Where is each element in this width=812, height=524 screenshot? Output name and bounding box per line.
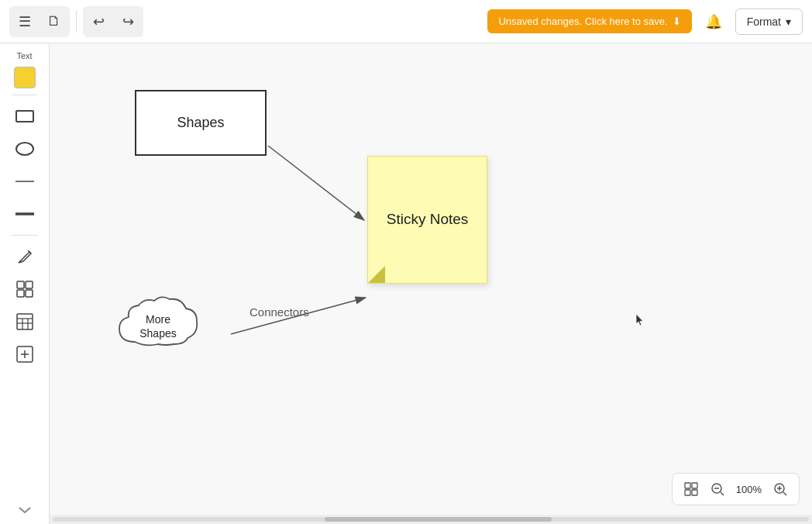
map-view-button[interactable]: [679, 477, 704, 502]
zoom-level: 100%: [731, 484, 766, 495]
topbar-right: Unsaved changes. Click here to save. ⬇ 🔔…: [487, 8, 803, 36]
scroll-thumb[interactable]: [325, 517, 552, 522]
svg-line-18: [268, 146, 364, 220]
svg-rect-23: [692, 490, 697, 495]
sidebar-divider-1: [12, 95, 37, 95]
draw-icon: [15, 247, 34, 266]
sidebar-expand-button[interactable]: [18, 504, 32, 516]
color-swatch[interactable]: [14, 67, 36, 88]
zoom-controls: 100%: [672, 473, 800, 505]
save-icon: ⬇: [673, 16, 681, 27]
notification-button[interactable]: 🔔: [700, 8, 728, 36]
draw-tool[interactable]: [10, 242, 40, 271]
table-tool[interactable]: [10, 307, 40, 336]
zoom-out-icon: [710, 482, 724, 496]
svg-rect-4: [17, 281, 24, 288]
zoom-out-button[interactable]: [705, 477, 730, 502]
svg-line-26: [721, 492, 724, 495]
map-icon: [684, 482, 698, 496]
svg-rect-21: [692, 483, 697, 488]
undo-button[interactable]: ↩: [84, 8, 112, 36]
shapes-box[interactable]: Shapes: [135, 90, 267, 156]
notification-icon: 🔔: [705, 13, 722, 30]
page-button[interactable]: 🗋: [40, 8, 68, 36]
text-label: Text: [16, 51, 32, 60]
save-button[interactable]: Unsaved changes. Click here to save. ⬇: [487, 9, 691, 33]
sidebar: Text: [0, 43, 50, 524]
insert-icon: [15, 345, 34, 364]
svg-rect-22: [685, 490, 690, 495]
ellipse-icon: [15, 142, 34, 156]
format-label: Format: [747, 16, 781, 28]
svg-rect-6: [17, 290, 24, 297]
connectors-label: Connectors: [249, 305, 309, 319]
sticky-note[interactable]: Sticky Notes: [367, 156, 487, 284]
connectors-text: Connectors: [249, 305, 309, 319]
cursor-icon: [635, 313, 645, 327]
toolbar-group: ☰ 🗋: [9, 6, 70, 37]
svg-rect-5: [26, 281, 33, 288]
line-thick-tool[interactable]: [10, 199, 40, 229]
more-shapes-label: MoreShapes: [139, 312, 176, 340]
cursor: [635, 313, 645, 327]
topbar: ☰ 🗋 ↩ ↪ Unsaved changes. Click here to s…: [0, 0, 812, 43]
shapes-grid-tool[interactable]: [10, 274, 40, 304]
toolbar-divider: [76, 11, 77, 33]
format-chevron-icon: ▾: [786, 16, 791, 28]
ellipse-tool[interactable]: [10, 134, 40, 164]
save-label: Unsaved changes. Click here to save.: [498, 16, 667, 27]
format-button[interactable]: Format ▾: [735, 9, 803, 35]
sidebar-divider-2: [12, 235, 37, 236]
rectangle-tool[interactable]: [10, 102, 40, 131]
canvas-content: Shapes Sticky Notes MoreShapes Connector…: [50, 43, 812, 524]
svg-rect-7: [26, 290, 33, 297]
svg-line-30: [783, 492, 786, 495]
shapes-grid-icon: [15, 280, 34, 298]
menu-button[interactable]: ☰: [11, 8, 39, 36]
svg-rect-0: [16, 111, 33, 122]
chevron-down-icon: [18, 506, 32, 514]
line-thin-tool[interactable]: [10, 167, 40, 196]
shapes-label: Shapes: [177, 115, 224, 131]
undo-redo-group: ↩ ↪: [83, 6, 143, 37]
canvas[interactable]: Shapes Sticky Notes MoreShapes Connector…: [50, 43, 812, 524]
more-shapes-cloud[interactable]: MoreShapes: [112, 291, 205, 361]
svg-point-1: [16, 143, 33, 155]
horizontal-scrollbar[interactable]: [50, 515, 812, 524]
sticky-note-label: Sticky Notes: [379, 202, 477, 238]
line-thick-icon: [14, 211, 36, 217]
line-thin-icon: [14, 178, 36, 184]
insert-tool[interactable]: [10, 340, 40, 369]
scroll-track: [53, 517, 809, 522]
table-icon: [15, 312, 34, 331]
svg-rect-20: [685, 483, 690, 488]
topbar-left: ☰ 🗋 ↩ ↪: [9, 6, 143, 37]
svg-rect-8: [17, 314, 33, 329]
rectangle-icon: [15, 110, 34, 122]
zoom-in-button[interactable]: [768, 477, 793, 502]
redo-button[interactable]: ↪: [114, 8, 142, 36]
zoom-in-icon: [773, 482, 787, 496]
